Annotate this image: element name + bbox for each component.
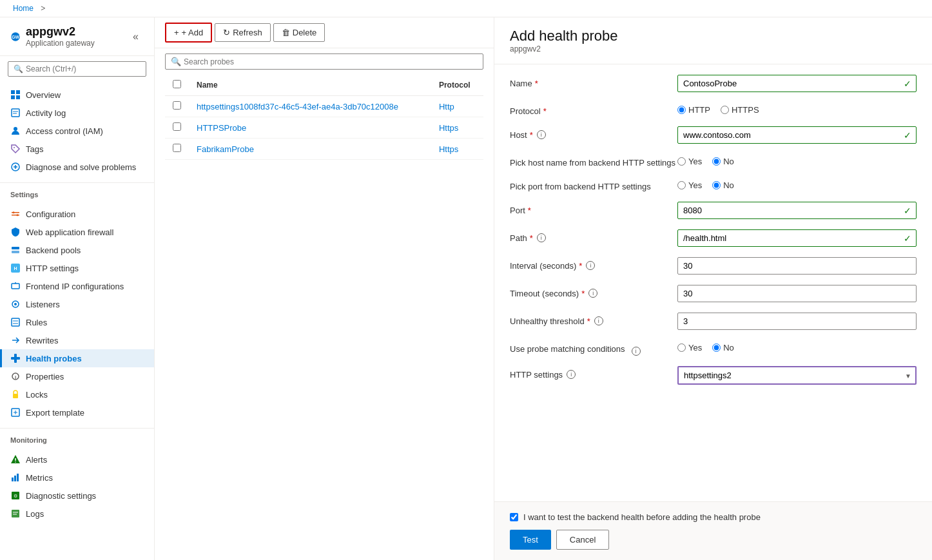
add-button[interactable]: + + Add <box>165 23 212 43</box>
search-probes-input[interactable] <box>184 57 478 66</box>
sidebar-item-tags[interactable]: Tags <box>0 140 154 158</box>
host-input[interactable] <box>677 126 917 144</box>
path-info-icon[interactable]: i <box>537 233 546 242</box>
path-input[interactable] <box>677 229 917 247</box>
port-label: Port * <box>510 202 677 215</box>
sidebar-backend-label: Backend pools <box>26 246 81 255</box>
interval-info-icon[interactable]: i <box>586 261 595 270</box>
sidebar-item-activity-log[interactable]: Activity log <box>0 104 154 122</box>
timeout-info-icon[interactable]: i <box>588 289 597 298</box>
probe-protocol-1: Http <box>431 96 483 117</box>
pick-port-yes-option[interactable]: Yes <box>677 180 702 190</box>
row-checkbox-3[interactable] <box>173 144 181 152</box>
pick-port-yes-radio[interactable] <box>677 181 686 189</box>
probe-matching-no-radio[interactable] <box>712 343 721 352</box>
sidebar-item-waf[interactable]: Web application firewall <box>0 223 154 241</box>
pick-host-yes-option[interactable]: Yes <box>677 157 702 166</box>
probe-name-2[interactable]: HTTPSProbe <box>189 117 431 139</box>
protocol-http-option[interactable]: HTTP <box>677 105 710 115</box>
probe-matching-label: Use probe matching conditions i <box>510 340 677 356</box>
sidebar-item-logs[interactable]: Logs <box>0 505 154 523</box>
breadcrumb: Home > <box>0 0 932 17</box>
pick-host-yes-radio[interactable] <box>677 157 686 166</box>
table-row: httpsettings1008fd37c-46c5-43ef-ae4a-3db… <box>165 96 483 117</box>
svg-rect-16 <box>12 247 19 249</box>
sidebar-item-properties[interactable]: i Properties <box>0 367 154 385</box>
sidebar-item-locks[interactable]: Locks <box>0 385 154 403</box>
sidebar-item-health-probes[interactable]: Health probes <box>0 349 154 367</box>
probe-matching-yes-radio[interactable] <box>677 343 686 352</box>
probe-name-1[interactable]: httpsettings1008fd37c-46c5-43ef-ae4a-3db… <box>189 96 431 117</box>
collapse-button[interactable]: « <box>128 28 144 45</box>
pick-port-no-radio[interactable] <box>712 181 721 189</box>
sidebar-item-alerts[interactable]: Alerts <box>0 450 154 468</box>
http-settings-info-icon[interactable]: i <box>567 370 576 379</box>
sidebar-item-listeners[interactable]: Listeners <box>0 295 154 313</box>
sidebar-item-http-settings[interactable]: H HTTP settings <box>0 259 154 277</box>
backend-icon <box>10 245 21 255</box>
form-row-port: Port * ✓ <box>510 202 917 219</box>
http-settings-select[interactable]: httpsettings2 httpsettings1 <box>677 366 917 385</box>
sidebar-item-rewrites[interactable]: Rewrites <box>0 331 154 349</box>
sidebar-item-rules[interactable]: Rules <box>0 313 154 331</box>
row-checkbox-2[interactable] <box>173 122 181 131</box>
host-info-icon[interactable]: i <box>537 130 546 139</box>
http-settings-label: HTTP settings i <box>510 366 677 380</box>
probe-matching-yes-option[interactable]: Yes <box>677 343 702 352</box>
resource-icon: GW <box>10 32 21 42</box>
sidebar-item-export-template[interactable]: Export template <box>0 403 154 421</box>
sidebar-item-frontend-ip[interactable]: Frontend IP configurations <box>0 277 154 295</box>
cancel-button[interactable]: Cancel <box>556 530 609 550</box>
sidebar-item-diagnostic[interactable]: ⚙ Diagnostic settings <box>0 487 154 505</box>
right-panel: Add health probe appgwv2 Name * ✓ <box>494 17 932 560</box>
sidebar-item-diagnose[interactable]: Diagnose and solve problems <box>0 158 154 176</box>
sidebar-export-label: Export template <box>26 408 84 418</box>
interval-input[interactable] <box>677 257 917 275</box>
diagnostic-icon: ⚙ <box>10 490 21 501</box>
table-header-name: Name <box>189 75 431 96</box>
timeout-input[interactable] <box>677 285 917 302</box>
probe-protocol-3: Https <box>431 139 483 160</box>
protocol-https-option[interactable]: HTTPS <box>721 105 759 115</box>
unhealthy-control <box>677 313 917 330</box>
protocol-http-radio[interactable] <box>677 106 686 114</box>
table-area: 🔍 Name Protocol httpsettings1008fd37c-46… <box>155 48 494 560</box>
form-row-protocol: Protocol * HTTP HTTPS <box>510 102 917 116</box>
sidebar-header: GW appgwv2 Application gateway « <box>0 17 154 56</box>
refresh-button[interactable]: ↻ Refresh <box>215 23 271 42</box>
probe-matching-no-option[interactable]: No <box>712 343 734 352</box>
protocol-radio-group: HTTP HTTPS <box>677 102 917 115</box>
sidebar-item-access-control[interactable]: Access control (IAM) <box>0 122 154 140</box>
monitoring-section-title: Monitoring <box>0 431 154 447</box>
unhealthy-input[interactable] <box>677 313 917 330</box>
unhealthy-info-icon[interactable]: i <box>594 316 603 325</box>
pick-host-no-option[interactable]: No <box>712 157 734 166</box>
select-all-checkbox[interactable] <box>173 80 181 88</box>
sidebar-search-input[interactable] <box>26 64 141 73</box>
sidebar-properties-label: Properties <box>26 372 64 381</box>
pick-port-no-option[interactable]: No <box>712 180 734 190</box>
pick-host-no-radio[interactable] <box>712 157 721 166</box>
refresh-icon: ↻ <box>223 28 230 37</box>
row-checkbox-1[interactable] <box>173 101 181 110</box>
probe-matching-info-icon[interactable]: i <box>632 347 641 356</box>
breadcrumb-home[interactable]: Home <box>13 4 34 13</box>
protocol-https-radio[interactable] <box>721 106 729 114</box>
sidebar-item-configuration[interactable]: Configuration <box>0 205 154 223</box>
sidebar-item-overview[interactable]: Overview <box>0 86 154 104</box>
test-backend-checkbox[interactable] <box>510 513 518 521</box>
svg-point-14 <box>13 211 15 213</box>
name-input[interactable] <box>677 75 917 92</box>
port-input[interactable] <box>677 202 917 219</box>
sidebar-item-metrics[interactable]: Metrics <box>0 468 154 487</box>
footer-buttons: Test Cancel <box>510 530 917 550</box>
delete-button[interactable]: 🗑 Delete <box>273 23 325 42</box>
iam-icon <box>10 126 21 136</box>
form-row-probe-matching: Use probe matching conditions i Yes No <box>510 340 917 356</box>
delete-icon: 🗑 <box>282 28 290 37</box>
probe-name-3[interactable]: FabrikamProbe <box>189 139 431 160</box>
sidebar-item-backend-pools[interactable]: Backend pools <box>0 241 154 259</box>
waf-icon <box>10 227 21 237</box>
nav-divider-settings <box>0 182 154 183</box>
test-button[interactable]: Test <box>510 530 551 550</box>
